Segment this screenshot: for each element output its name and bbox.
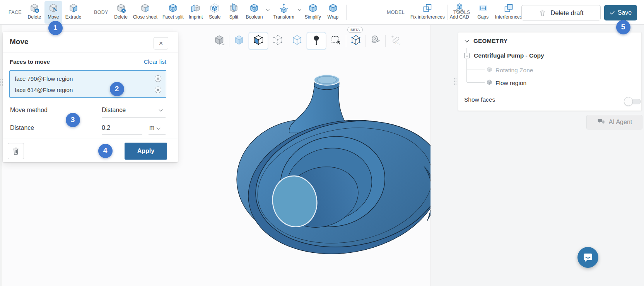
toolbar-button-body-wrap[interactable]: Wrap	[324, 1, 342, 24]
field-underline	[102, 134, 142, 135]
toolbar-button-label: Close sheet	[133, 14, 157, 20]
toolbar-button-label: Move	[48, 14, 59, 20]
chevron-down-icon[interactable]	[159, 108, 163, 112]
select-body-icon	[214, 34, 225, 48]
fix-interferences-icon	[422, 3, 432, 13]
cube-boolean-icon	[249, 3, 259, 13]
cube-wrap-icon	[328, 3, 338, 13]
cube-delete-icon	[29, 3, 39, 13]
tree-item-label: Rotating Zone	[495, 67, 533, 74]
tree-item-rotating-zone[interactable]: Rotating Zone	[486, 66, 533, 74]
view-tool-select-vertex[interactable]	[268, 32, 287, 50]
face-list-item-1[interactable]: face 614@Flow region	[10, 84, 166, 95]
delete-draft-button[interactable]: Delete draft	[521, 5, 601, 20]
left-panel-collapsed-strip[interactable]	[0, 25, 2, 286]
cube-delete-icon	[116, 3, 126, 13]
unit-select[interactable]: m	[149, 124, 154, 131]
face-list-item-0[interactable]: face 790@Flow region	[10, 73, 166, 84]
tree-collapse-toggle[interactable]	[464, 53, 470, 58]
ai-agent-button[interactable]: AI Agent	[586, 115, 642, 129]
move-method-select[interactable]: Distance	[102, 107, 126, 114]
distance-label: Distance	[10, 124, 34, 131]
toolbar-group-face: FACEDeleteMoveExtrude	[9, 0, 83, 25]
field-underline	[102, 117, 166, 117]
trash-icon	[538, 9, 547, 17]
box-select-icon	[330, 34, 342, 48]
toolbar-group-tools: TOOLSGapsInterferences	[453, 0, 524, 25]
toolbar-button-face-move[interactable]: Move	[44, 1, 62, 24]
tree-root-item[interactable]: Centrifugal Pump - Copy	[474, 52, 544, 59]
dialog-title: Move	[10, 37, 29, 46]
probe-point-icon	[311, 34, 322, 48]
cube-facet-split-icon	[168, 3, 178, 13]
view-tool-box-select[interactable]	[326, 32, 346, 50]
support-chat-button[interactable]	[577, 247, 598, 268]
toolbar-button-face-extrude[interactable]: Extrude	[63, 1, 83, 24]
apply-button[interactable]: Apply	[125, 143, 167, 160]
chevron-down-icon[interactable]	[266, 7, 270, 11]
view-tool-probe-point[interactable]	[307, 32, 326, 50]
toolbar-button-body-split[interactable]: Split	[225, 1, 243, 24]
check-icon	[610, 10, 615, 15]
remove-face-button[interactable]	[154, 86, 162, 94]
tree-connector	[467, 82, 485, 83]
body-cube-icon	[486, 66, 492, 74]
gaps-icon	[478, 3, 488, 13]
cube-move-icon	[48, 3, 58, 13]
toolbar-button-body-close-sheet[interactable]: Close sheet	[131, 1, 159, 24]
faces-selection-list: face 790@Flow regionface 614@Flow region	[9, 70, 166, 98]
toolbar-button-label: Fix interferences	[410, 14, 445, 20]
toolbar-button-body-imprint[interactable]: Imprint	[187, 1, 205, 24]
view-tool-topology-select[interactable]	[346, 32, 366, 50]
toolbar-button-body-boolean[interactable]: Boolean	[244, 1, 265, 24]
toolbar-button-body-delete[interactable]: Delete	[112, 1, 130, 24]
view-tool-select-body[interactable]	[210, 32, 229, 50]
move-method-label: Move method	[10, 107, 48, 114]
faces-to-move-label: Faces to move	[10, 58, 50, 65]
panel-divider	[458, 94, 641, 94]
panel-resize-handle[interactable]	[454, 78, 456, 85]
trash-icon	[11, 146, 20, 156]
view-tool-measure[interactable]	[366, 32, 385, 50]
view-tool-select-volume[interactable]	[229, 32, 249, 50]
remove-face-button[interactable]	[154, 75, 162, 82]
toolbar-button-tools-gaps[interactable]: Gaps	[474, 1, 492, 24]
view-tool-select-edge[interactable]	[287, 32, 307, 50]
delete-operation-button[interactable]	[8, 143, 24, 159]
collapse-chevron-icon[interactable]	[465, 38, 469, 42]
show-faces-toggle[interactable]	[624, 97, 642, 106]
toolbar-divider	[346, 5, 347, 20]
toolbar-divider	[448, 5, 448, 20]
close-icon: ×	[159, 39, 163, 48]
close-button[interactable]: ×	[154, 37, 168, 49]
toolbar-button-body-simplify[interactable]: Simplify	[303, 1, 323, 24]
toolbar-button-face-delete[interactable]: Delete	[26, 1, 43, 24]
toolbar-button-body-facet-split[interactable]: Facet split	[161, 1, 186, 24]
face-list-item-label: face 790@Flow region	[15, 75, 73, 82]
svg-text:AI: AI	[395, 41, 398, 45]
distance-input[interactable]: 0.2	[102, 124, 110, 131]
ai-select-icon: AI	[389, 34, 401, 48]
chat-bubbles-icon	[597, 117, 605, 127]
toolbar-button-body-transform[interactable]: Transform	[271, 1, 296, 24]
save-button[interactable]: Save	[604, 5, 637, 20]
clear-list-link[interactable]: Clear list	[144, 58, 166, 65]
right-panel-region: GEOMETRY Centrifugal Pump - Copy Rotatin…	[430, 25, 644, 286]
toolbar-button-model-fix-interferences[interactable]: Fix interferences	[408, 1, 447, 24]
tree-item-flow-region[interactable]: Flow region	[486, 79, 526, 87]
toolbar-button-body-scale[interactable]: Scale	[206, 1, 224, 24]
cube-split-icon	[229, 3, 239, 13]
annotation-badge-2: 2	[110, 82, 124, 96]
toolbar-group-label: MODEL	[387, 10, 405, 15]
select-vertex-icon	[272, 34, 284, 48]
view-tool-ai-select-disabled[interactable]: AI	[386, 32, 405, 50]
toolbar-button-label: Transform	[273, 14, 294, 20]
view-tool-select-face[interactable]	[249, 32, 268, 50]
toolbar-button-tools-interferences[interactable]: Interferences	[493, 1, 524, 24]
select-edge-icon	[291, 34, 303, 48]
delete-draft-label: Delete draft	[550, 9, 583, 17]
dialog-divider	[3, 53, 178, 53]
toolbar-group-label: BODY	[94, 10, 108, 15]
chevron-down-icon[interactable]	[157, 126, 161, 130]
chevron-down-icon[interactable]	[297, 7, 301, 11]
